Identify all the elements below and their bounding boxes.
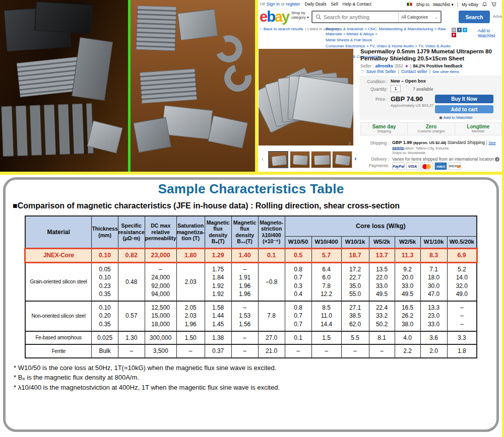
thumbnail-3[interactable] (311, 151, 331, 168)
main-product-image[interactable]: › (259, 49, 353, 145)
value-cell: 8.3 (420, 248, 447, 262)
value-cell: Bulk (92, 344, 118, 358)
cart-icon[interactable] (491, 2, 497, 7)
register-link[interactable]: register (286, 2, 300, 7)
purchase-box: Condition : New – Open box Quantity: 7 a… (359, 76, 501, 120)
condition-value: New – Open box (391, 79, 426, 84)
back-chevron-icon: ‹ (260, 27, 262, 31)
value-cell: 0.57 (118, 301, 145, 331)
table-row: Non-oriented silicon steel0.10 0.20 0.35… (25, 301, 477, 331)
category-select[interactable]: All Categories ⌄ (398, 12, 440, 22)
value-cell: 1.29 (205, 248, 231, 262)
search-button[interactable]: Search (459, 11, 490, 23)
value-cell: 1.5 (311, 331, 341, 345)
value-cell: – 1.53 1.56 (231, 301, 258, 331)
info-icon[interactable]: i (495, 157, 499, 162)
email-share-icon[interactable]: ✉ (452, 28, 456, 32)
metal-sheet (292, 76, 353, 128)
value-cell: 0.8 0.7 0.7 (285, 301, 311, 331)
value-cell: 300,000 (145, 331, 176, 345)
trust-badges: Same dayShipping ZeroCustoms charges Lon… (360, 122, 502, 135)
collage: Hi! Sign in or register Daily Deals Sell… (0, 0, 504, 437)
metal-sheet (140, 68, 197, 104)
value-cell: 18.7 (341, 248, 369, 262)
logo-letter: y (282, 9, 289, 25)
col-header-material: Material (25, 216, 92, 248)
see-other-items-link[interactable]: See other items (432, 69, 459, 74)
value-cell: 2.03 (176, 262, 205, 301)
search-input[interactable] (324, 14, 398, 20)
condition-label: Condition : (359, 79, 388, 84)
daily-deals-link[interactable]: Daily Deals (304, 2, 326, 7)
characteristics-table-body: JNEX-Core0.100.8223,0001.801.291.400.10.… (25, 248, 477, 358)
bell-icon[interactable] (482, 2, 487, 7)
table-row: FerriteBulk–3,500–0.37–21.0––––2.22.01.8 (25, 344, 477, 358)
value-cell: −0.8 (258, 262, 285, 301)
discover-icon: DISCOVER (449, 162, 461, 170)
col-header-specific-resistance: Specific resistance (μΩ·m) (118, 216, 145, 248)
paypal-icon: PayPal (392, 162, 405, 170)
my-ebay-link[interactable]: My eBay (462, 2, 478, 7)
thumbs-prev-arrow[interactable]: ‹ (262, 156, 264, 163)
contact-seller-link[interactable]: Contact seller (401, 69, 427, 74)
facebook-icon[interactable]: f (457, 28, 462, 32)
twitter-icon[interactable]: t (463, 28, 467, 32)
divider: | (398, 69, 399, 74)
payment-methods: PayPalVISAAMEXDISCOVER (392, 162, 463, 170)
value-cell: 8.1 (369, 331, 395, 345)
footnote: * B₈ is the magnetic flux density at 800… (14, 373, 496, 383)
col-header-w10-50: W10/50 (285, 236, 311, 248)
value-cell: – (231, 331, 258, 345)
category-link[interactable]: Business & Industrial > CNC, Metalworkin… (326, 27, 452, 36)
sell-link[interactable]: Sell (331, 2, 338, 7)
ebay-top-nav-right: Ship to Watchlist ▾ | My eBay (407, 2, 497, 7)
pinterest-icon[interactable]: P (452, 33, 456, 37)
characteristics-card: Sample Characteristics Table ■Comparison… (3, 177, 499, 432)
add-to-cart-button[interactable]: Add to cart (435, 105, 493, 113)
shop-by-category-menu[interactable]: Shop by category ▾ (291, 11, 309, 20)
value-cell: 13.5 22.0 33.0 49.5 (369, 262, 395, 301)
value-cell: 0.82 (118, 248, 145, 262)
category-link[interactable]: Metal Sheets & Flat Stock (326, 38, 452, 43)
value-cell: 0.10 (92, 248, 118, 262)
or-text: or (281, 2, 285, 7)
thumbs-next-arrow[interactable]: › (354, 155, 356, 162)
value-cell: – (369, 344, 395, 358)
col-header-thickness: Thickness (mm) (92, 216, 118, 248)
logo-letter: a (275, 9, 282, 25)
save-seller-link[interactable]: Save this Seller (366, 69, 396, 74)
divider: | (457, 2, 458, 7)
value-cell: 3.3 (447, 331, 477, 345)
price-label: Price : (359, 97, 388, 102)
seller-actions: ♡ Save this Seller | Contact seller | Se… (360, 69, 459, 74)
back-to-results-link[interactable]: Back to search results (264, 27, 303, 31)
thumbnail-1[interactable] (268, 151, 288, 168)
value-cell: 1.75 1.84 1.92 1.92 (205, 262, 231, 301)
col-header-w5-2k: W5/2k (369, 236, 395, 248)
search-bar: All Categories ⌄ (311, 11, 442, 23)
sign-in-link[interactable]: Sign in (267, 2, 280, 7)
visa-icon: VISA (406, 162, 419, 170)
watchlist-menu[interactable]: Watchlist ▾ (433, 2, 454, 7)
listing-title: Supermalloy 0.5mm 1J79 Mumetal Ultraperm… (360, 48, 501, 62)
ebay-logo[interactable]: ebay (260, 9, 289, 25)
value-cell: 3,500 (145, 344, 176, 358)
divider: | (429, 69, 430, 74)
value-cell: 4.0 (395, 331, 420, 345)
add-to-watchlist-row[interactable]: ◉ Add to Watchlist (439, 115, 472, 120)
help-contact-link[interactable]: Help & Contact (343, 2, 371, 7)
product-photo-left (0, 0, 128, 172)
value-cell: 1.80 (176, 248, 205, 262)
add-to-watchlist-link[interactable]: Add to Watchlist (478, 28, 502, 38)
seller-name-link[interactable]: altroniks (375, 63, 393, 68)
value-cell: 22.4 33.2 50.2 (369, 301, 395, 331)
ship-to-link[interactable]: Ship to (416, 2, 429, 7)
ebay-page: Hi! Sign in or register Daily Deals Sell… (258, 0, 502, 172)
thumbnail-4[interactable] (332, 151, 352, 168)
buy-it-now-button[interactable]: Buy It Now (435, 95, 493, 103)
material-cell: JNEX-Core (25, 248, 92, 262)
logo-letter: b (267, 9, 275, 25)
thumbnail-2[interactable] (290, 151, 310, 168)
quantity-input[interactable] (391, 85, 401, 92)
image-next-arrow[interactable]: › (348, 138, 351, 145)
